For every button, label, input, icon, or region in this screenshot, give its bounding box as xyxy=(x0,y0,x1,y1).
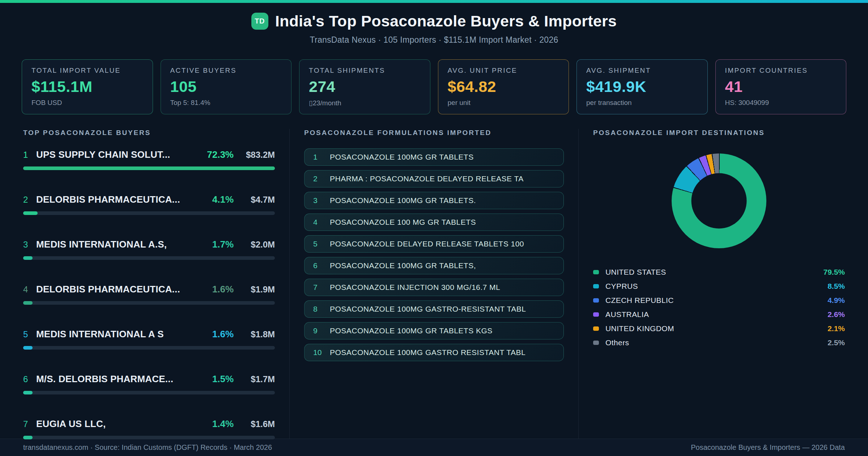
formulation-name: POSACONAZOLE 100MG GR TABLETS KGS xyxy=(330,326,493,335)
formulation-rank: 7 xyxy=(313,283,330,292)
formulation-name: POSACONAZOLE 100 MG GR TABLETS xyxy=(330,218,476,227)
buyer-row-line: 6M/S. DELORBIS PHARMACE...1.5%$1.7M xyxy=(23,373,275,385)
formulation-item[interactable]: 10POSACONAZOLE 100MG GASTRO RESISTANT TA… xyxy=(304,344,564,361)
formulation-rank: 4 xyxy=(313,218,330,227)
destinations-legend: UNITED STATES79.5%CYPRUS8.5%CZECH REPUBL… xyxy=(593,267,845,347)
buyer-share-bar-fill xyxy=(23,301,33,305)
buyer-share-pct: 1.6% xyxy=(212,284,234,295)
legend-swatch xyxy=(593,298,599,303)
buyer-share-bar-fill xyxy=(23,391,33,394)
buyer-rank: 7 xyxy=(23,419,36,429)
top-accent-bar xyxy=(0,0,868,3)
stat-card-label: TOTAL IMPORT VALUE xyxy=(31,67,143,75)
destinations-donut-wrap xyxy=(672,153,766,248)
formulation-name: POSACONAZOLE 100MG GR TABLETS xyxy=(330,153,474,161)
stat-card-label: IMPORT COUNTRIES xyxy=(725,67,837,75)
buyer-row: 6M/S. DELORBIS PHARMACE...1.5%$1.7M xyxy=(23,373,275,394)
stat-card: TOTAL SHIPMENTS274▯23/month xyxy=(299,59,430,114)
formulation-item[interactable]: 8POSACONAZOLE 100MG GASTRO-RESISTANT TAB… xyxy=(304,300,564,318)
content: TOP POSACONAZOLE BUYERS 1UPS SUPPLY CHAI… xyxy=(0,114,868,439)
buyer-row-line: 4DELORBIS PHARMACEUTICA...1.6%$1.9M xyxy=(23,284,275,295)
legend-row: UNITED KINGDOM2.1% xyxy=(593,324,845,333)
buyer-rank: 3 xyxy=(23,240,36,250)
stat-card-sub: per unit xyxy=(448,99,559,107)
formulation-item[interactable]: 3POSACONAZOLE 100MG GR TABLETS. xyxy=(304,192,564,209)
legend-row: CZECH REPUBLIC4.9% xyxy=(593,295,845,305)
buyer-rank: 5 xyxy=(23,329,36,339)
buyer-value: $2.0M xyxy=(240,240,275,250)
buyer-share-bar-track xyxy=(23,436,275,439)
legend-row: Others2.5% xyxy=(593,338,845,347)
buyer-value: $83.2M xyxy=(240,150,275,160)
buyer-rank: 6 xyxy=(23,374,36,384)
buyers-list: 1UPS SUPPLY CHAIN SOLUT...72.3%$83.2M2DE… xyxy=(23,149,275,439)
buyer-name: DELORBIS PHARMACEUTICA... xyxy=(36,194,212,205)
buyer-share-pct: 4.1% xyxy=(212,194,234,205)
buyer-value: $4.7M xyxy=(240,195,275,205)
stat-card: ACTIVE BUYERS105Top 5: 81.4% xyxy=(161,59,292,114)
formulation-item[interactable]: 1POSACONAZOLE 100MG GR TABLETS xyxy=(304,148,564,166)
buyer-share-bar-track xyxy=(23,256,275,260)
stat-card-value: 274 xyxy=(309,78,421,96)
buyers-column: TOP POSACONAZOLE BUYERS 1UPS SUPPLY CHAI… xyxy=(23,129,275,439)
buyer-name: MEDIS INTERNATIONAL A.S, xyxy=(36,239,212,250)
formulation-rank: 8 xyxy=(313,305,330,313)
buyer-row-line: 7EUGIA US LLC,1.4%$1.6M xyxy=(23,418,275,430)
stat-card-sub: Top 5: 81.4% xyxy=(170,99,282,107)
buyer-row: 7EUGIA US LLC,1.4%$1.6M xyxy=(23,418,275,439)
buyer-row-line: 1UPS SUPPLY CHAIN SOLUT...72.3%$83.2M xyxy=(23,149,275,160)
buyer-share-bar-fill xyxy=(23,436,33,439)
formulation-name: POSACONAZOLE INJECTION 300 MG/16.7 ML xyxy=(330,283,500,292)
footer-source-text: transdatanexus.com · Source: Indian Cust… xyxy=(23,443,272,452)
buyers-heading: TOP POSACONAZOLE BUYERS xyxy=(23,129,275,137)
formulation-item[interactable]: 4POSACONAZOLE 100 MG GR TABLETS xyxy=(304,214,564,231)
formulation-name: POSACONAZOLE 100MG GR TABLETS, xyxy=(330,261,476,270)
footer-report-text: Posaconazole Buyers & Importers — 2026 D… xyxy=(691,443,845,452)
stat-card-sub: ▯23/month xyxy=(309,99,421,107)
destinations-column: POSACONAZOLE IMPORT DESTINATIONS UNITED … xyxy=(593,129,845,439)
legend-row: CYPRUS8.5% xyxy=(593,281,845,291)
stat-card-value: $419.9K xyxy=(586,78,698,96)
donut-hole xyxy=(692,173,747,229)
stat-card-sub: per transaction xyxy=(586,99,698,107)
brand-badge: TD xyxy=(251,13,268,30)
legend-label: CZECH REPUBLIC xyxy=(605,296,674,305)
legend-label: Others xyxy=(605,338,629,347)
legend-swatch xyxy=(593,284,599,288)
buyer-share-bar-track xyxy=(23,346,275,350)
buyer-share-bar-track xyxy=(23,166,275,170)
buyer-row: 4DELORBIS PHARMACEUTICA...1.6%$1.9M xyxy=(23,284,275,305)
buyer-value: $1.7M xyxy=(240,374,275,384)
formulations-column: POSACONAZOLE FORMULATIONS IMPORTED 1POSA… xyxy=(304,129,564,439)
stat-card: AVG. UNIT PRICE$64.82per unit xyxy=(438,59,569,114)
formulation-name: PHARMA : POSACONAZOLE DELAYED RELEASE TA xyxy=(330,174,524,183)
legend-label: UNITED KINGDOM xyxy=(605,324,674,333)
buyer-row: 3MEDIS INTERNATIONAL A.S,1.7%$2.0M xyxy=(23,239,275,260)
legend-swatch xyxy=(593,270,599,274)
buyer-rank: 1 xyxy=(23,150,36,160)
legend-label: UNITED STATES xyxy=(605,268,666,276)
buyer-share-bar-track xyxy=(23,211,275,215)
formulation-item[interactable]: 2PHARMA : POSACONAZOLE DELAYED RELEASE T… xyxy=(304,170,564,187)
buyer-share-pct: 1.7% xyxy=(212,239,234,250)
stat-card-value: $115.1M xyxy=(31,78,143,96)
title-row: TD India's Top Posaconazole Buyers & Imp… xyxy=(251,12,617,30)
formulation-item[interactable]: 5POSACONAZOLE DELAYED RELEASE TABLETS 10… xyxy=(304,235,564,253)
formulation-item[interactable]: 6POSACONAZOLE 100MG GR TABLETS, xyxy=(304,257,564,274)
buyer-name: EUGIA US LLC, xyxy=(36,418,212,430)
buyer-row-line: 3MEDIS INTERNATIONAL A.S,1.7%$2.0M xyxy=(23,239,275,250)
stat-card-label: ACTIVE BUYERS xyxy=(170,67,282,75)
page-footer: transdatanexus.com · Source: Indian Cust… xyxy=(0,439,868,456)
stat-card-value: 41 xyxy=(725,78,837,96)
formulation-item[interactable]: 9POSACONAZOLE 100MG GR TABLETS KGS xyxy=(304,322,564,339)
buyer-share-bar-fill xyxy=(23,211,38,215)
buyer-share-bar-fill xyxy=(23,166,275,170)
formulation-name: POSACONAZOLE DELAYED RELEASE TABLETS 100 xyxy=(330,240,524,248)
legend-pct: 2.1% xyxy=(827,324,845,333)
formulation-item[interactable]: 7POSACONAZOLE INJECTION 300 MG/16.7 ML xyxy=(304,279,564,296)
buyer-row: 2DELORBIS PHARMACEUTICA...4.1%$4.7M xyxy=(23,194,275,215)
column-divider xyxy=(578,129,579,439)
stats-row: TOTAL IMPORT VALUE$115.1MFOB USDACTIVE B… xyxy=(22,59,846,114)
stat-card: AVG. SHIPMENT$419.9Kper transaction xyxy=(576,59,708,114)
formulations-list: 1POSACONAZOLE 100MG GR TABLETS2PHARMA : … xyxy=(304,148,564,361)
